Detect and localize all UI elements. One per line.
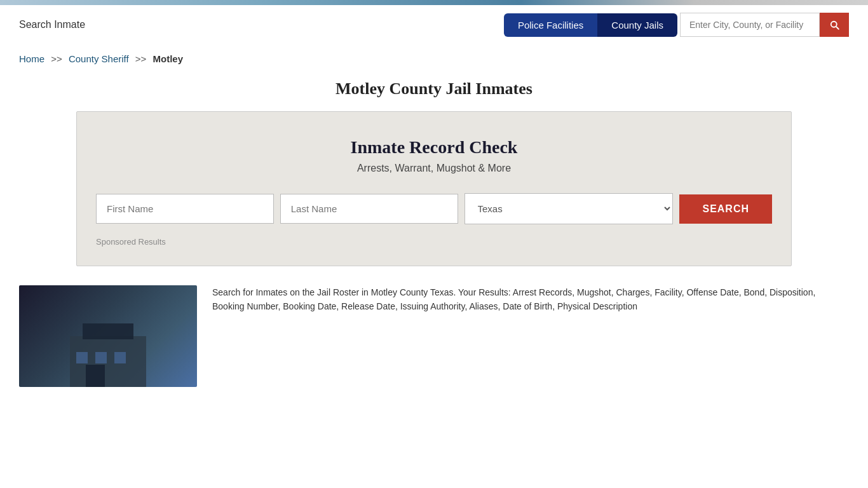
- facility-search-input[interactable]: [680, 13, 820, 37]
- breadcrumb-sep-2: >>: [135, 53, 147, 64]
- breadcrumb-current: Motley: [153, 53, 184, 64]
- search-form-row: AlabamaAlaskaArizonaArkansasCaliforniaCo…: [96, 193, 772, 224]
- record-check-subtitle: Arrests, Warrant, Mugshot & More: [96, 163, 772, 174]
- police-facilities-button[interactable]: Police Facilities: [504, 13, 597, 37]
- jail-image: [19, 285, 197, 387]
- first-name-input[interactable]: [96, 194, 274, 224]
- header-banner: [0, 0, 868, 5]
- record-check-title: Inmate Record Check: [96, 137, 772, 158]
- svg-rect-2: [76, 352, 88, 363]
- bottom-description: Search for Inmates on the Jail Roster in…: [212, 285, 849, 387]
- facility-search-wrap: [680, 13, 849, 37]
- last-name-input[interactable]: [280, 194, 458, 224]
- search-icon: [829, 19, 840, 30]
- breadcrumb-home-link[interactable]: Home: [19, 53, 44, 64]
- svg-rect-5: [86, 365, 105, 387]
- breadcrumb-county-sheriff-link[interactable]: County Sheriff: [69, 53, 129, 64]
- page-title: Motley County Jail Inmates: [0, 73, 868, 111]
- breadcrumb-sep-1: >>: [51, 53, 62, 64]
- sponsored-label: Sponsored Results: [96, 237, 772, 247]
- svg-rect-1: [83, 323, 133, 339]
- nav-area: Search Inmate Police Facilities County J…: [0, 5, 868, 44]
- record-search-button[interactable]: SEARCH: [679, 194, 772, 224]
- county-jails-button[interactable]: County Jails: [597, 13, 677, 37]
- bottom-section: Search for Inmates on the Jail Roster in…: [0, 285, 868, 406]
- building-silhouette-icon: [51, 317, 165, 387]
- state-select[interactable]: AlabamaAlaskaArizonaArkansasCaliforniaCo…: [465, 193, 674, 224]
- svg-rect-3: [95, 352, 107, 363]
- facility-search-button[interactable]: [820, 13, 849, 37]
- breadcrumb: Home >> County Sheriff >> Motley: [0, 44, 868, 73]
- svg-rect-4: [114, 352, 126, 363]
- search-inmate-label: Search Inmate: [19, 19, 85, 30]
- nav-buttons: Police Facilities County Jails: [504, 13, 849, 37]
- record-check-box: Inmate Record Check Arrests, Warrant, Mu…: [76, 111, 792, 266]
